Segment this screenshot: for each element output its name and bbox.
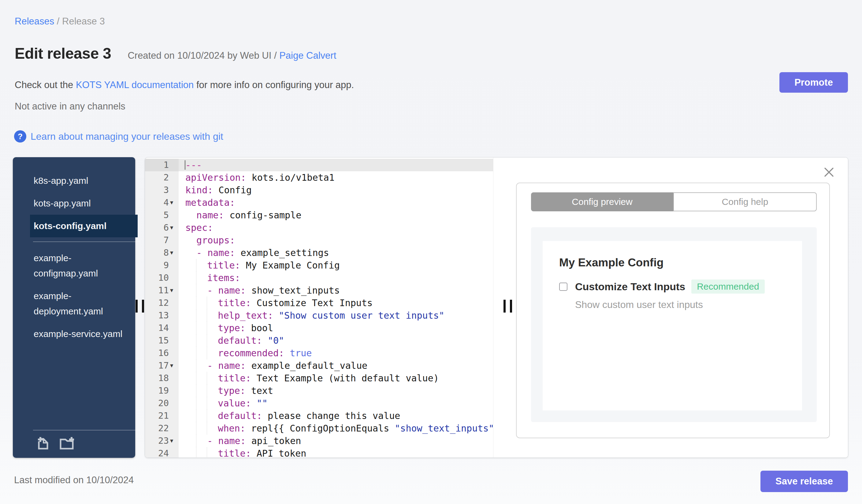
created-on-text: Created on 10/10/2024 by Web UI / xyxy=(128,50,279,61)
fold-gutter xyxy=(169,347,179,359)
release-editor-panel: 1---2apiVersion: kots.io/v1beta13kind: C… xyxy=(145,157,848,458)
line-number[interactable]: 17 xyxy=(145,359,169,372)
line-number[interactable]: 15 xyxy=(145,334,169,347)
code-line[interactable]: 4▼metadata: xyxy=(145,196,493,209)
fold-gutter xyxy=(169,372,179,384)
editor-preview-resize-handle[interactable] xyxy=(504,300,513,313)
code-line[interactable]: 5 name: config-sample xyxy=(145,209,493,222)
sidebar-file-kots-app-yaml[interactable]: kots-app.yaml xyxy=(34,192,132,215)
fold-gutter xyxy=(169,309,179,322)
line-number[interactable]: 11 xyxy=(145,284,169,297)
config-preview-pane: Config previewConfig help My Example Con… xyxy=(494,158,848,457)
code-line[interactable]: 20 value: "" xyxy=(145,397,493,410)
line-number[interactable]: 6 xyxy=(145,222,169,234)
line-number[interactable]: 22 xyxy=(145,422,169,435)
sidebar-file-kots-config-yaml[interactable]: kots-config.yaml xyxy=(30,215,138,237)
kots-yaml-doc-link[interactable]: KOTS YAML documentation xyxy=(76,80,194,90)
code-line[interactable]: 6▼spec: xyxy=(145,222,493,234)
add-folder-icon[interactable] xyxy=(57,435,76,450)
tab-config-help[interactable]: Config help xyxy=(673,193,817,211)
add-file-icon[interactable] xyxy=(34,435,51,450)
code-line[interactable]: 8▼ - name: example_settings xyxy=(145,247,493,259)
config-preview-card: Config previewConfig help My Example Con… xyxy=(516,183,830,438)
close-icon[interactable] xyxy=(823,166,835,178)
fold-toggle-icon[interactable]: ▼ xyxy=(169,359,179,372)
line-number[interactable]: 4 xyxy=(145,196,169,209)
line-number[interactable]: 3 xyxy=(145,184,169,196)
code-line[interactable]: 11▼ - name: show_text_inputs xyxy=(145,284,493,297)
code-line[interactable]: 22 when: repl{{ ConfigOptionEquals "show… xyxy=(145,422,493,435)
line-number[interactable]: 24 xyxy=(145,447,169,457)
doc-line-suffix: for more info on configuring your app. xyxy=(194,80,354,90)
line-number[interactable]: 7 xyxy=(145,234,169,247)
line-number[interactable]: 1 xyxy=(145,159,169,171)
release-created-meta: Created on 10/10/2024 by Web UI / Paige … xyxy=(128,50,336,61)
code-line[interactable]: 15 default: "0" xyxy=(145,334,493,347)
fold-toggle-icon[interactable]: ▼ xyxy=(169,222,179,234)
code-line[interactable]: 7 groups: xyxy=(145,234,493,247)
code-line[interactable]: 9 title: My Example Config xyxy=(145,259,493,271)
code-line[interactable]: 21 default: please change this value xyxy=(145,410,493,422)
fold-toggle-icon[interactable]: ▼ xyxy=(169,247,179,259)
code-line[interactable]: 23▼ - name: api_token xyxy=(145,435,493,447)
yaml-code-editor[interactable]: 1---2apiVersion: kots.io/v1beta13kind: C… xyxy=(145,158,493,457)
sidebar-file-example-service-yaml[interactable]: example-service.yaml xyxy=(34,323,132,345)
line-number[interactable]: 14 xyxy=(145,322,169,334)
code-line[interactable]: 24 title: API token xyxy=(145,447,493,457)
line-number[interactable]: 19 xyxy=(145,384,169,397)
line-number[interactable]: 23 xyxy=(145,435,169,447)
code-line[interactable]: 12 title: Customize Text Inputs xyxy=(145,297,493,309)
fold-gutter xyxy=(169,447,179,457)
line-number[interactable]: 2 xyxy=(145,171,169,184)
code-line[interactable]: 2apiVersion: kots.io/v1beta1 xyxy=(145,171,493,184)
config-group-card: My Example Config Customize Text Inputs … xyxy=(543,241,802,410)
documentation-line: Check out the KOTS YAML documentation fo… xyxy=(15,80,354,91)
sidebar-file-example-deployment-yaml[interactable]: example-deployment.yaml xyxy=(34,285,132,323)
line-number[interactable]: 5 xyxy=(145,209,169,222)
fold-toggle-icon[interactable]: ▼ xyxy=(169,435,179,447)
breadcrumb-separator: / xyxy=(54,16,62,27)
doc-line-prefix: Check out the xyxy=(15,80,76,90)
fold-toggle-icon[interactable]: ▼ xyxy=(169,196,179,209)
config-item-help-text: Show custom user text inputs xyxy=(575,299,802,310)
code-line[interactable]: 3kind: Config xyxy=(145,184,493,196)
code-line[interactable]: 14 type: bool xyxy=(145,322,493,334)
save-release-button[interactable]: Save release xyxy=(760,471,848,492)
line-number[interactable]: 20 xyxy=(145,397,169,410)
line-number[interactable]: 16 xyxy=(145,347,169,359)
sidebar-file-k8s-app-yaml[interactable]: k8s-app.yaml xyxy=(34,170,132,192)
text-cursor xyxy=(184,160,186,170)
fold-gutter xyxy=(169,322,179,334)
fold-toggle-icon[interactable]: ▼ xyxy=(169,284,179,297)
line-number[interactable]: 8 xyxy=(145,247,169,259)
config-item-label: Customize Text Inputs xyxy=(575,281,685,293)
line-number[interactable]: 9 xyxy=(145,259,169,271)
promote-button[interactable]: Promote xyxy=(780,72,848,93)
help-question-icon[interactable]: ? xyxy=(14,130,26,143)
line-number[interactable]: 18 xyxy=(145,372,169,384)
author-link[interactable]: Paige Calvert xyxy=(279,50,336,61)
code-line[interactable]: 17▼ - name: example_default_value xyxy=(145,359,493,372)
fold-gutter xyxy=(169,271,179,284)
line-number[interactable]: 12 xyxy=(145,297,169,309)
code-line[interactable]: 16 recommended: true xyxy=(145,347,493,359)
page-title: Edit release 3 xyxy=(15,45,111,62)
config-preview-canvas: My Example Config Customize Text Inputs … xyxy=(531,227,817,422)
customize-text-inputs-checkbox[interactable] xyxy=(559,282,567,291)
code-line[interactable]: 13 help_text: "Show custom user text inp… xyxy=(145,309,493,322)
fold-gutter xyxy=(169,422,179,435)
line-number[interactable]: 10 xyxy=(145,271,169,284)
breadcrumb-releases-link[interactable]: Releases xyxy=(15,16,54,27)
sidebar-file-example-configmap-yaml[interactable]: example-configmap.yaml xyxy=(34,247,132,285)
code-line[interactable]: 10 items: xyxy=(145,271,493,284)
code-line[interactable]: 18 title: Text Example (with default val… xyxy=(145,372,493,384)
tab-config-preview[interactable]: Config preview xyxy=(531,193,673,211)
code-line[interactable]: 1--- xyxy=(145,159,493,171)
line-number[interactable]: 13 xyxy=(145,309,169,322)
git-releases-link[interactable]: Learn about managing your releases with … xyxy=(30,131,223,142)
code-line[interactable]: 19 type: text xyxy=(145,384,493,397)
line-number[interactable]: 21 xyxy=(145,410,169,422)
config-item-row: Customize Text Inputs Recommended xyxy=(559,279,802,294)
sidebar-editor-resize-handle[interactable] xyxy=(135,300,145,313)
git-help-row: ? Learn about managing your releases wit… xyxy=(14,130,223,143)
